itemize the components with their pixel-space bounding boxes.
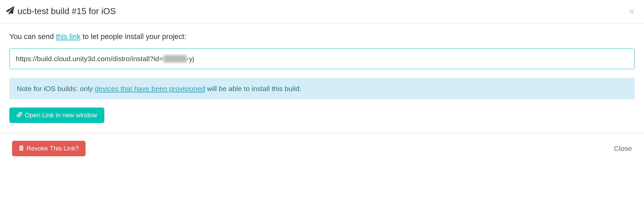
share-url-input[interactable]: https://build.cloud.unity3d.com/distro/i… bbox=[9, 48, 635, 69]
note-suffix: will be able to install this build. bbox=[205, 85, 302, 92]
open-link-button[interactable]: Open Link in new window bbox=[9, 108, 104, 123]
intro-after: to let people install your project: bbox=[80, 32, 186, 41]
modal-title: ucb-test build #15 for iOS bbox=[17, 6, 116, 16]
modal-header: ucb-test build #15 for iOS × bbox=[0, 0, 644, 24]
this-link[interactable]: this link bbox=[56, 32, 80, 41]
url-redacted bbox=[163, 55, 187, 63]
ios-note-box: Note for iOS builds: only devices that h… bbox=[9, 78, 635, 99]
link-icon bbox=[17, 112, 22, 119]
revoke-label: Revoke This Link? bbox=[26, 145, 79, 152]
modal-body: You can send this link to let people ins… bbox=[0, 24, 644, 133]
modal-footer: Revoke This Link? Close bbox=[0, 133, 644, 164]
close-button[interactable]: Close bbox=[614, 144, 632, 153]
url-prefix: https://build.cloud.unity3d.com/distro/i… bbox=[16, 55, 163, 63]
intro-before: You can send bbox=[9, 32, 56, 41]
intro-text: You can send this link to let people ins… bbox=[9, 32, 635, 41]
revoke-button[interactable]: Revoke This Link? bbox=[12, 141, 86, 156]
url-suffix: -yj bbox=[187, 55, 194, 63]
close-icon[interactable]: × bbox=[629, 6, 635, 16]
open-link-label: Open Link in new window bbox=[25, 112, 97, 119]
paper-plane-icon bbox=[6, 6, 14, 16]
note-prefix: Note for iOS builds: only bbox=[17, 85, 95, 92]
trash-icon bbox=[19, 145, 24, 152]
provisioned-devices-link[interactable]: devices that have been provisioned bbox=[95, 85, 205, 92]
